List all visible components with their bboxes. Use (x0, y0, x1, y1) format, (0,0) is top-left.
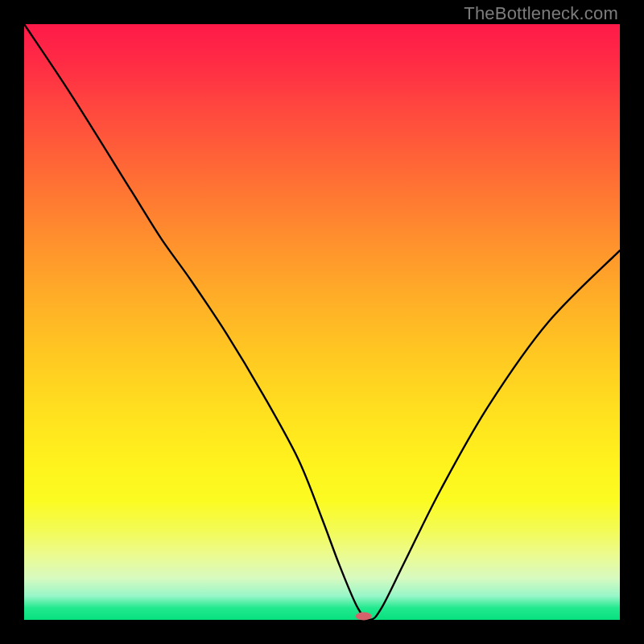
watermark-text: TheBottleneck.com (464, 3, 618, 24)
bottleneck-curve (24, 24, 620, 620)
chart-overlay (24, 24, 620, 620)
chart-container: { "watermark": "TheBottleneck.com", "cha… (0, 0, 644, 644)
minimum-marker (356, 613, 372, 621)
